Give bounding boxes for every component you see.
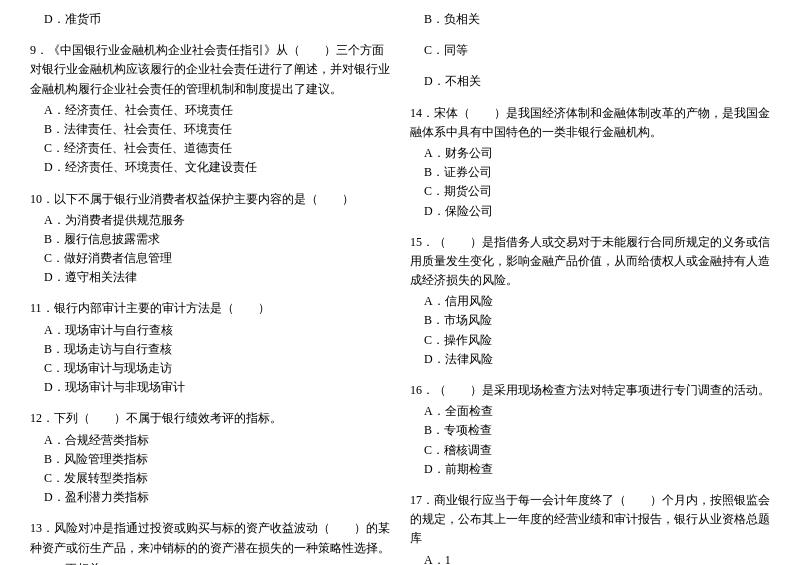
question-16-option-c: C．稽核调查 [410,441,770,460]
option-c-text: C．同等 [410,41,770,60]
question-14-option-c: C．期货公司 [410,182,770,201]
question-16-text: 16．（ ）是采用现场检查方法对特定事项进行专门调查的活动。 [410,381,770,400]
question-9-text: 9．《中国银行业金融机构企业社会责任指引》从（ ）三个方面对银行业金融机构应该履… [30,41,390,99]
option-d-unrelated: D．不相关 [410,72,770,91]
option-b-negative: B．负相关 [410,10,770,29]
option-b-text: B．负相关 [410,10,770,29]
question-15-option-a: A．信用风险 [410,292,770,311]
question-11: 11．银行内部审计主要的审计方法是（ ） A．现场审计与自行查核 B．现场走访与… [30,299,390,397]
question-9: 9．《中国银行业金融机构企业社会责任指引》从（ ）三个方面对银行业金融机构应该履… [30,41,390,177]
question-9-option-c: C．经济责任、社会责任、道德责任 [30,139,390,158]
question-13-option-a: A．正相关 [30,560,390,565]
question-14-option-b: B．证券公司 [410,163,770,182]
question-15-option-d: D．法律风险 [410,350,770,369]
question-14-option-a: A．财务公司 [410,144,770,163]
question-10-option-d: D．遵守相关法律 [30,268,390,287]
question-15-text: 15．（ ）是指借务人或交易对于未能履行合同所规定的义务或信用质量发生变化，影响… [410,233,770,291]
question-11-text: 11．银行内部审计主要的审计方法是（ ） [30,299,390,318]
question-12-option-a: A．合规经营类指标 [30,431,390,450]
question-11-option-b: B．现场走访与自行查核 [30,340,390,359]
question-11-option-c: C．现场审计与现场走访 [30,359,390,378]
question-12: 12．下列（ ）不属于银行绩效考评的指标。 A．合规经营类指标 B．风险管理类指… [30,409,390,507]
question-16-option-b: B．专项检查 [410,421,770,440]
question-16: 16．（ ）是采用现场检查方法对特定事项进行专门调查的活动。 A．全面检查 B．… [410,381,770,479]
question-15: 15．（ ）是指借务人或交易对于未能履行合同所规定的义务或信用质量发生变化，影响… [410,233,770,369]
question-11-option-a: A．现场审计与自行查核 [30,321,390,340]
question-10-option-c: C．做好消费者信息管理 [30,249,390,268]
question-12-option-d: D．盈利潜力类指标 [30,488,390,507]
option-d-currency: D．准货币 [30,10,390,29]
question-9-option-b: B．法律责任、社会责任、环境责任 [30,120,390,139]
question-10-option-a: A．为消费者提供规范服务 [30,211,390,230]
question-16-option-d: D．前期检查 [410,460,770,479]
question-13: 13．风险对冲是指通过投资或购买与标的资产收益波动（ ）的某种资产或衍生产品，来… [30,519,390,565]
right-column: B．负相关 C．同等 D．不相关 14．宋体（ ）是我国经济体制和金融体制改革的… [410,10,770,565]
question-15-option-b: B．市场风险 [410,311,770,330]
left-column: D．准货币 9．《中国银行业金融机构企业社会责任指引》从（ ）三个方面对银行业金… [30,10,390,565]
question-10-text: 10．以下不属于银行业消费者权益保护主要内容的是（ ） [30,190,390,209]
question-9-option-d: D．经济责任、环境责任、文化建设责任 [30,158,390,177]
question-17-text: 17．商业银行应当于每一会计年度终了（ ）个月内，按照银监会的规定，公布其上一年… [410,491,770,549]
question-12-option-c: C．发展转型类指标 [30,469,390,488]
question-15-option-c: C．操作风险 [410,331,770,350]
question-14: 14．宋体（ ）是我国经济体制和金融体制改革的产物，是我国金融体系中具有中国特色… [410,104,770,221]
question-14-text: 14．宋体（ ）是我国经济体制和金融体制改革的产物，是我国金融体系中具有中国特色… [410,104,770,142]
option-c-equal: C．同等 [410,41,770,60]
option-d-text: D．不相关 [410,72,770,91]
question-d-option: D．准货币 [30,10,390,29]
page-content: D．准货币 9．《中国银行业金融机构企业社会责任指引》从（ ）三个方面对银行业金… [30,10,770,565]
question-17: 17．商业银行应当于每一会计年度终了（ ）个月内，按照银监会的规定，公布其上一年… [410,491,770,565]
question-9-option-a: A．经济责任、社会责任、环境责任 [30,101,390,120]
question-13-text: 13．风险对冲是指通过投资或购买与标的资产收益波动（ ）的某种资产或衍生产品，来… [30,519,390,557]
question-10-option-b: B．履行信息披露需求 [30,230,390,249]
question-17-option-a: A．1 [410,551,770,566]
question-14-option-d: D．保险公司 [410,202,770,221]
question-12-text: 12．下列（ ）不属于银行绩效考评的指标。 [30,409,390,428]
question-12-option-b: B．风险管理类指标 [30,450,390,469]
question-11-option-d: D．现场审计与非现场审计 [30,378,390,397]
question-10: 10．以下不属于银行业消费者权益保护主要内容的是（ ） A．为消费者提供规范服务… [30,190,390,288]
question-16-option-a: A．全面检查 [410,402,770,421]
